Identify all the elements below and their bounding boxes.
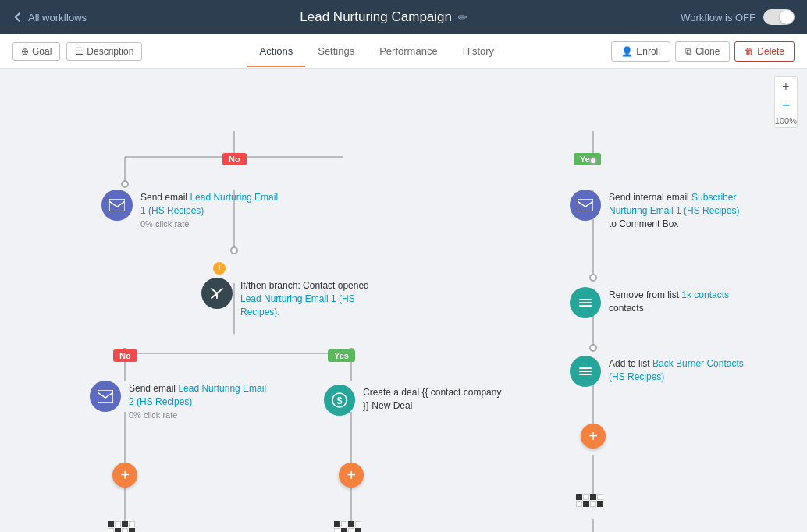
goal-label: Goal [32,46,52,57]
header-right: Workflow is OFF [681,9,795,25]
node-title-internal: Send internal email Subscriber Nurturing… [609,191,749,230]
workflow-status: Workflow is OFF [681,12,755,23]
back-navigation[interactable]: All workflows [12,12,87,23]
toggle-knob [780,10,794,24]
node-create-deal[interactable]: $ Create a deal {{ contact.company }} Ne… [324,385,503,416]
delete-label: Delete [757,46,784,57]
conn-dot-4 [589,274,597,282]
svg-text:$: $ [337,395,343,406]
svg-rect-22 [578,199,593,211]
node-send-email-1[interactable]: Send email Lead Nurturing Email 1 (HS Re… [101,190,281,229]
header-center: Lead Nurturing Campaign ✏ [300,9,467,25]
end-flag-center [334,521,361,532]
node-send-email-2[interactable]: Send email Lead Nurturing Email 2 (HS Re… [90,381,269,420]
no-branch-bottom: No [113,349,137,362]
conn-dot-3 [230,246,238,254]
header: All workflows Lead Nurturing Campaign ✏ … [0,0,807,34]
back-arrow-icon [12,12,23,23]
conn-dot-5 [589,344,597,352]
node-title-add: Add to list Back Burner Contacts (HS Rec… [609,357,749,384]
warning-dot: ! [213,262,226,275]
branch-link[interactable]: Lead Nurturing Email 1 (HS Recipes). [240,293,355,317]
node-branch[interactable]: If/then branch: Contact opened Lead Nurt… [201,278,381,318]
tab-performance[interactable]: Performance [367,36,450,66]
goal-icon: ⊕ [21,46,29,57]
workflow-canvas: + − 100% No Yes Send email Lead Nurturin… [0,69,807,532]
enroll-label: Enroll [636,46,660,57]
yes-branch-bottom: Yes [328,349,355,362]
node-content-email-1: Send email Lead Nurturing Email 1 (HS Re… [140,190,281,229]
node-content-branch: If/then branch: Contact opened Lead Nurt… [240,278,381,318]
add-btn-right[interactable]: + [581,424,606,449]
toolbar: ⊕ Goal ☰ Description Actions Settings Pe… [0,34,807,69]
zoom-in-button[interactable]: + [776,77,796,96]
branch-icon [201,278,233,309]
email-icon-internal [570,190,601,221]
end-flag-right [576,494,603,507]
description-label: Description [87,46,133,57]
node-content-remove: Remove from list 1k contacts contacts [609,287,749,315]
zoom-controls: + − 100% [774,76,798,128]
conn-dot-2 [589,157,597,165]
clone-label: Clone [695,46,720,57]
end-flag-left [108,521,135,532]
enroll-icon: 👤 [621,46,633,57]
tab-settings[interactable]: Settings [305,36,367,66]
description-icon: ☰ [75,46,84,57]
description-button[interactable]: ☰ Description [66,42,142,61]
svg-rect-18 [109,199,125,211]
tab-history[interactable]: History [450,36,507,66]
tab-actions[interactable]: Actions [247,36,306,66]
node-title-branch: If/then branch: Contact opened Lead Nurt… [240,279,381,318]
list-icon-add [570,356,601,387]
conn-dot-1 [121,180,129,188]
svg-rect-27 [579,371,592,372]
zoom-out-button[interactable]: − [776,96,796,115]
node-send-internal-email[interactable]: Send internal email Subscriber Nurturing… [570,190,749,230]
svg-rect-26 [579,367,592,369]
svg-rect-24 [579,302,592,303]
node-content-add: Add to list Back Burner Contacts (HS Rec… [609,356,749,384]
delete-button[interactable]: 🗑 Delete [734,41,795,62]
svg-rect-19 [98,390,113,403]
email-icon-2 [90,381,121,412]
email-icon-1 [101,190,133,221]
workflow-toggle[interactable] [763,9,795,25]
node-content-deal: Create a deal {{ contact.company }} New … [363,385,503,413]
goal-button[interactable]: ⊕ Goal [12,42,60,61]
clone-button[interactable]: ⧉ Clone [675,41,730,62]
no-branch-top: No [222,153,247,165]
node-title-email-2: Send email Lead Nurturing Email 2 (HS Re… [129,382,269,409]
node-title-email-1: Send email Lead Nurturing Email 1 (HS Re… [140,191,281,218]
back-link[interactable]: All workflows [28,12,87,23]
svg-rect-25 [579,305,592,307]
workflow-title: Lead Nurturing Campaign [300,9,452,25]
remove-list-link[interactable]: 1k contacts [681,289,729,300]
svg-rect-23 [579,299,592,300]
node-add-list[interactable]: Add to list Back Burner Contacts (HS Rec… [570,356,749,387]
add-btn-left[interactable]: + [112,463,137,488]
node-meta-email-2: 0% click rate [129,410,269,420]
zoom-level: 100% [775,115,797,127]
deal-icon: $ [324,385,355,416]
svg-rect-28 [579,374,592,375]
node-content-internal: Send internal email Subscriber Nurturing… [609,190,749,230]
add-btn-center[interactable]: + [339,463,364,488]
list-icon-remove [570,287,601,318]
edit-icon[interactable]: ✏ [458,11,467,23]
node-content-email-2: Send email Lead Nurturing Email 2 (HS Re… [129,381,269,420]
enroll-button[interactable]: 👤 Enroll [611,41,670,62]
node-title-remove: Remove from list 1k contacts contacts [609,289,749,315]
toolbar-right: 👤 Enroll ⧉ Clone 🗑 Delete [611,41,795,62]
node-remove-list[interactable]: Remove from list 1k contacts contacts [570,287,749,318]
toolbar-left: ⊕ Goal ☰ Description [12,42,142,61]
delete-icon: 🗑 [745,46,754,57]
clone-icon: ⧉ [685,46,692,57]
tab-bar: Actions Settings Performance History [247,36,507,66]
node-meta-email-1: 0% click rate [140,219,281,229]
node-title-deal: Create a deal {{ contact.company }} New … [363,386,503,413]
